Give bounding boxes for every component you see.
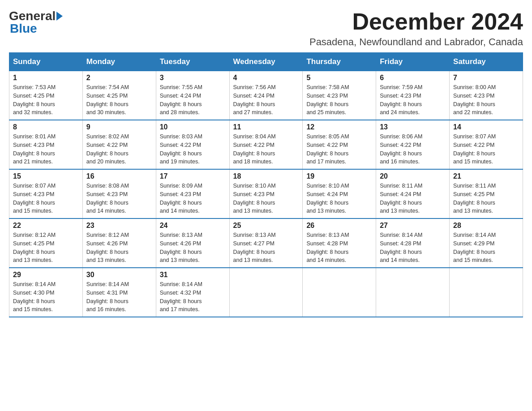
day-info: Sunrise: 7:55 AMSunset: 4:24 PMDaylight:… [160, 84, 202, 116]
day-info: Sunrise: 8:06 AMSunset: 4:22 PMDaylight:… [380, 133, 422, 165]
day-info: Sunrise: 8:14 AMSunset: 4:28 PMDaylight:… [380, 232, 422, 263]
day-number: 10 [160, 123, 226, 131]
calendar-cell: 30 Sunrise: 8:14 AMSunset: 4:31 PMDaylig… [82, 268, 156, 317]
day-number: 9 [86, 123, 152, 131]
weekday-header-tuesday: Tuesday [156, 53, 229, 71]
calendar-cell: 15 Sunrise: 8:07 AMSunset: 4:23 PMDaylig… [9, 169, 83, 218]
calendar-cell: 8 Sunrise: 8:01 AMSunset: 4:23 PMDayligh… [9, 120, 83, 169]
day-number: 19 [306, 172, 372, 180]
calendar-cell: 1 Sunrise: 7:53 AMSunset: 4:25 PMDayligh… [9, 71, 83, 120]
calendar-cell: 27 Sunrise: 8:14 AMSunset: 4:28 PMDaylig… [376, 218, 450, 268]
day-info: Sunrise: 8:07 AMSunset: 4:23 PMDaylight:… [13, 183, 56, 214]
day-number: 14 [453, 123, 519, 131]
weekday-header-thursday: Thursday [303, 53, 376, 71]
calendar-cell: 19 Sunrise: 8:10 AMSunset: 4:24 PMDaylig… [303, 169, 376, 218]
calendar-cell: 9 Sunrise: 8:02 AMSunset: 4:22 PMDayligh… [82, 120, 156, 169]
calendar-cell [229, 268, 303, 317]
day-number: 2 [86, 74, 152, 82]
calendar-week-1: 1 Sunrise: 7:53 AMSunset: 4:25 PMDayligh… [9, 71, 523, 120]
calendar-cell: 7 Sunrise: 8:00 AMSunset: 4:23 PMDayligh… [450, 71, 523, 120]
day-number: 6 [380, 74, 446, 82]
day-info: Sunrise: 8:04 AMSunset: 4:22 PMDaylight:… [233, 133, 276, 165]
day-info: Sunrise: 8:14 AMSunset: 4:30 PMDaylight:… [13, 281, 56, 313]
day-info: Sunrise: 8:11 AMSunset: 4:25 PMDaylight:… [453, 183, 496, 214]
calendar-cell: 6 Sunrise: 7:59 AMSunset: 4:23 PMDayligh… [376, 71, 450, 120]
day-number: 20 [380, 172, 446, 180]
calendar-cell: 23 Sunrise: 8:12 AMSunset: 4:26 PMDaylig… [82, 218, 156, 268]
logo-blue: Blue [10, 21, 37, 35]
calendar-cell [376, 268, 450, 317]
title-section: December 2024 Pasadena, Newfoundland and… [309, 9, 523, 48]
day-info: Sunrise: 8:07 AMSunset: 4:22 PMDaylight:… [453, 133, 496, 165]
weekday-header-wednesday: Wednesday [229, 53, 303, 71]
calendar-cell: 12 Sunrise: 8:05 AMSunset: 4:22 PMDaylig… [303, 120, 376, 169]
day-number: 18 [233, 172, 299, 180]
day-info: Sunrise: 8:11 AMSunset: 4:24 PMDaylight:… [380, 183, 422, 214]
day-number: 26 [306, 222, 372, 230]
day-info: Sunrise: 8:03 AMSunset: 4:22 PMDaylight:… [160, 133, 202, 165]
calendar-cell: 5 Sunrise: 7:58 AMSunset: 4:23 PMDayligh… [303, 71, 376, 120]
day-number: 23 [86, 222, 152, 230]
day-number: 16 [86, 172, 152, 180]
calendar-cell: 25 Sunrise: 8:13 AMSunset: 4:27 PMDaylig… [229, 218, 303, 268]
day-info: Sunrise: 7:54 AMSunset: 4:25 PMDaylight:… [86, 84, 129, 116]
month-title: December 2024 [309, 9, 523, 34]
weekday-header-monday: Monday [82, 53, 156, 71]
calendar-table: SundayMondayTuesdayWednesdayThursdayFrid… [9, 52, 523, 317]
calendar-cell: 13 Sunrise: 8:06 AMSunset: 4:22 PMDaylig… [376, 120, 450, 169]
day-number: 27 [380, 222, 446, 230]
calendar-cell: 24 Sunrise: 8:13 AMSunset: 4:26 PMDaylig… [156, 218, 229, 268]
calendar-week-2: 8 Sunrise: 8:01 AMSunset: 4:23 PMDayligh… [9, 120, 523, 169]
calendar-cell: 4 Sunrise: 7:56 AMSunset: 4:24 PMDayligh… [229, 71, 303, 120]
day-info: Sunrise: 8:13 AMSunset: 4:28 PMDaylight:… [306, 232, 349, 263]
day-number: 7 [453, 74, 519, 82]
day-info: Sunrise: 8:02 AMSunset: 4:22 PMDaylight:… [86, 133, 129, 165]
day-info: Sunrise: 8:10 AMSunset: 4:23 PMDaylight:… [233, 183, 276, 214]
day-number: 1 [13, 74, 79, 82]
day-number: 17 [160, 172, 226, 180]
day-info: Sunrise: 8:12 AMSunset: 4:25 PMDaylight:… [13, 232, 56, 263]
calendar-cell [303, 268, 376, 317]
logo-arrow-icon [56, 12, 63, 21]
day-number: 29 [13, 271, 79, 279]
calendar-cell: 26 Sunrise: 8:13 AMSunset: 4:28 PMDaylig… [303, 218, 376, 268]
location-title: Pasadena, Newfoundland and Labrador, Can… [309, 36, 523, 48]
calendar-cell: 22 Sunrise: 8:12 AMSunset: 4:25 PMDaylig… [9, 218, 83, 268]
weekday-header-sunday: Sunday [9, 53, 83, 71]
calendar-cell: 29 Sunrise: 8:14 AMSunset: 4:30 PMDaylig… [9, 268, 83, 317]
day-number: 30 [86, 271, 152, 279]
day-info: Sunrise: 7:56 AMSunset: 4:24 PMDaylight:… [233, 84, 276, 116]
calendar-week-3: 15 Sunrise: 8:07 AMSunset: 4:23 PMDaylig… [9, 169, 523, 218]
day-info: Sunrise: 8:12 AMSunset: 4:26 PMDaylight:… [86, 232, 129, 263]
calendar-cell: 21 Sunrise: 8:11 AMSunset: 4:25 PMDaylig… [450, 169, 523, 218]
calendar-cell [450, 268, 523, 317]
calendar-cell: 3 Sunrise: 7:55 AMSunset: 4:24 PMDayligh… [156, 71, 229, 120]
day-number: 21 [453, 172, 519, 180]
calendar-cell: 2 Sunrise: 7:54 AMSunset: 4:25 PMDayligh… [82, 71, 156, 120]
day-number: 4 [233, 74, 299, 82]
calendar-week-5: 29 Sunrise: 8:14 AMSunset: 4:30 PMDaylig… [9, 268, 523, 317]
day-info: Sunrise: 8:08 AMSunset: 4:23 PMDaylight:… [86, 183, 129, 214]
calendar-cell: 18 Sunrise: 8:10 AMSunset: 4:23 PMDaylig… [229, 169, 303, 218]
day-number: 5 [306, 74, 372, 82]
day-info: Sunrise: 7:59 AMSunset: 4:23 PMDaylight:… [380, 84, 422, 116]
calendar-week-4: 22 Sunrise: 8:12 AMSunset: 4:25 PMDaylig… [9, 218, 523, 268]
calendar-cell: 16 Sunrise: 8:08 AMSunset: 4:23 PMDaylig… [82, 169, 156, 218]
weekday-header-row: SundayMondayTuesdayWednesdayThursdayFrid… [9, 53, 523, 71]
calendar-cell: 10 Sunrise: 8:03 AMSunset: 4:22 PMDaylig… [156, 120, 229, 169]
day-info: Sunrise: 7:58 AMSunset: 4:23 PMDaylight:… [306, 84, 349, 116]
calendar-cell: 28 Sunrise: 8:14 AMSunset: 4:29 PMDaylig… [450, 218, 523, 268]
day-number: 11 [233, 123, 299, 131]
calendar-cell: 31 Sunrise: 8:14 AMSunset: 4:32 PMDaylig… [156, 268, 229, 317]
day-number: 28 [453, 222, 519, 230]
day-number: 25 [233, 222, 299, 230]
day-info: Sunrise: 8:14 AMSunset: 4:32 PMDaylight:… [160, 281, 202, 313]
day-info: Sunrise: 8:01 AMSunset: 4:23 PMDaylight:… [13, 133, 56, 165]
weekday-header-friday: Friday [376, 53, 450, 71]
day-number: 22 [13, 222, 79, 230]
day-number: 31 [160, 271, 226, 279]
day-info: Sunrise: 8:09 AMSunset: 4:23 PMDaylight:… [160, 183, 202, 214]
calendar-cell: 11 Sunrise: 8:04 AMSunset: 4:22 PMDaylig… [229, 120, 303, 169]
day-number: 13 [380, 123, 446, 131]
day-number: 8 [13, 123, 79, 131]
